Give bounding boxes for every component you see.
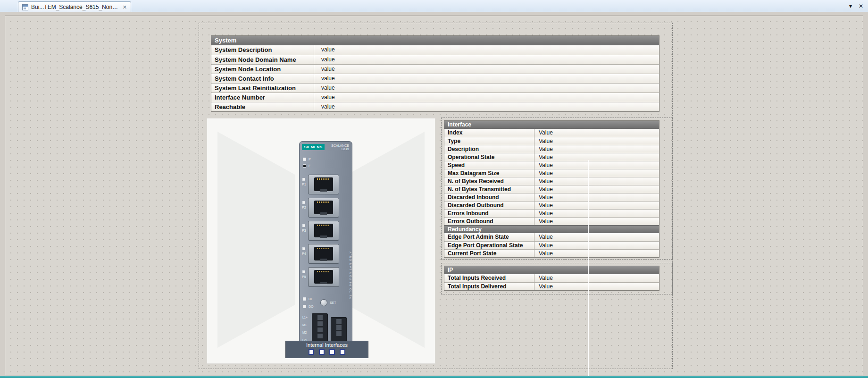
row-value: value [314, 74, 659, 83]
row-label: System Description [211, 45, 314, 55]
set-button-label: SET [330, 301, 336, 304]
terminal-label: L1+ [302, 314, 308, 321]
table-row: Discarded Outbound Value [444, 201, 659, 209]
port-label: P5 [302, 275, 306, 278]
port-label: P4 [302, 252, 306, 255]
row-value: Value [534, 210, 659, 217]
row-value: Value [534, 233, 659, 241]
row-label: Operational State [444, 153, 534, 161]
ip-table[interactable]: IP Total Inputs Received Value Total Inp… [444, 266, 659, 291]
table-row: N. of Bytes Received Value [444, 177, 659, 185]
table-row: Discarded Inbound Value [444, 193, 659, 201]
internal-interface-indicator [309, 349, 314, 355]
fault-led-label: F [309, 164, 310, 168]
power-led-label: P [309, 158, 311, 161]
row-value: Value [534, 145, 659, 153]
table-row: System Description value [211, 45, 659, 55]
editor-close-icon[interactable]: ✕ [859, 3, 863, 9]
row-label: Reachable [211, 102, 314, 111]
table-row: Reachable value [211, 102, 659, 111]
rj45-port-3: P3 [308, 221, 339, 241]
redundancy-section-header: Redundancy [444, 225, 659, 233]
terminal-labels: L1+ M1 M2 L2+ [302, 314, 308, 344]
internal-interfaces-title: Internal Interfaces [286, 342, 368, 348]
interface-table-header: Interface [444, 121, 659, 129]
window-active-border [0, 376, 868, 378]
rj45-jack [314, 224, 333, 237]
row-label: System Contact Info [211, 74, 314, 83]
row-label: Speed [444, 161, 534, 169]
rj45-jack [314, 270, 333, 284]
tab-close-icon[interactable]: ✕ [123, 5, 127, 10]
row-label: Index [444, 129, 534, 137]
port-led [302, 178, 305, 181]
faceplate-document-icon [22, 4, 28, 10]
port-label: P2 [302, 206, 306, 209]
terminal-label: M2 [302, 329, 308, 336]
terminal-slot [317, 334, 323, 338]
row-value: Value [534, 242, 659, 249]
rj45-jack [314, 177, 333, 191]
power-terminal-block [312, 313, 328, 344]
terminal-slot [336, 325, 342, 330]
scalance-s615-device: SIEMENS SCALANCE S615 P F P1 [299, 141, 352, 352]
siemens-logo: SIEMENS [302, 144, 325, 150]
di-led-label: DI [309, 297, 312, 301]
row-label: System Node Domain Name [211, 55, 314, 64]
editor-canvas[interactable]: System System Description value System N… [5, 16, 863, 376]
row-value: Value [534, 153, 659, 161]
row-value: Value [534, 218, 659, 225]
rj45-port-5: P5 [308, 267, 339, 287]
row-value: Value [534, 250, 659, 257]
internal-interface-indicators [286, 349, 368, 355]
interface-table[interactable]: Interface Index Value Type Value Descrip… [444, 120, 659, 258]
table-row: Total Inputs Received Value [444, 274, 659, 282]
table-row: System Contact Info value [211, 74, 659, 83]
table-row: System Last Reinitialization value [211, 83, 659, 92]
row-value: value [314, 102, 659, 111]
row-value: Value [534, 169, 659, 177]
rj45-jack [314, 247, 333, 260]
row-value: Value [534, 177, 659, 185]
internal-interface-indicator [319, 349, 325, 355]
table-row: Speed Value [444, 161, 659, 169]
do-led-label: DO [309, 305, 314, 308]
terminal-slot [336, 319, 342, 324]
set-button [320, 299, 327, 306]
table-row: Errors Inbound Value [444, 209, 659, 217]
tab-list-dropdown-icon[interactable]: ▾ [849, 3, 852, 9]
row-value: Value [534, 161, 659, 169]
tab-bar: Bui...TEM_Scalance_S615_None_001_150 ✕ ▾… [0, 0, 868, 12]
row-label: System Node Location [211, 65, 314, 74]
row-label: Interface Number [211, 93, 314, 102]
table-row: Interface Number value [211, 92, 659, 102]
di-led [303, 297, 306, 301]
row-value: value [314, 45, 659, 55]
row-label: N. of Bytes Transmitted [444, 185, 534, 193]
row-label: Edge Port Operational State [444, 242, 534, 249]
table-row: Total Inputs Delivered Value [444, 282, 659, 290]
tab-faceplate[interactable]: Bui...TEM_Scalance_S615_None_001_150 ✕ [18, 1, 131, 12]
table-row: System Node Location value [211, 64, 659, 74]
row-value: Value [534, 283, 659, 290]
device-image-panel[interactable]: SIEMENS SCALANCE S615 P F P1 [207, 118, 435, 364]
row-value: value [314, 65, 659, 74]
row-label: Errors Inbound [444, 210, 534, 217]
table-row: Edge Port Operational State Value [444, 241, 659, 249]
table-row: Description Value [444, 145, 659, 153]
port-column: P1 P2 P3 P4 [308, 175, 339, 290]
power-led [303, 158, 306, 161]
row-label: Total Inputs Delivered [444, 283, 534, 290]
system-table[interactable]: System System Description value System N… [211, 35, 659, 112]
rj45-port-1: P1 [308, 175, 339, 194]
internal-interface-indicator [340, 349, 345, 355]
tab-title: Bui...TEM_Scalance_S615_None_001_150 [31, 4, 120, 10]
row-label: Description [444, 145, 534, 153]
row-value: Value [534, 185, 659, 193]
fault-led [303, 164, 306, 168]
port-label: P3 [302, 229, 306, 232]
do-led [303, 305, 306, 308]
vertical-highlight-line [588, 160, 589, 377]
row-label: N. of Bytes Received [444, 177, 534, 185]
terminal-slot [336, 331, 342, 336]
